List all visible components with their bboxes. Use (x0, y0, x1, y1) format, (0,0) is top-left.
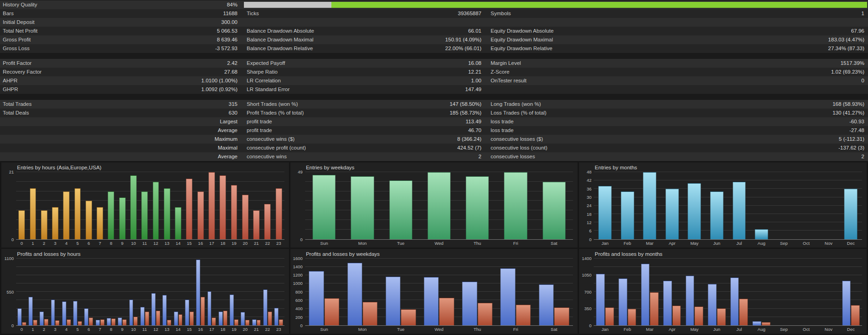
category-16 (195, 172, 206, 239)
stats-cell: Total Deals630 (0, 109, 243, 117)
category-Fri (497, 259, 535, 326)
bar (710, 191, 723, 239)
progress-gray-segment (244, 2, 331, 8)
x-tick-label: 20 (240, 327, 251, 332)
bar (223, 311, 227, 325)
x-tick-label: 17 (206, 241, 217, 246)
stat-label: loss trade (491, 117, 514, 126)
stat-label: Ticks (247, 9, 259, 18)
statistics-table: History Quality84%Bars11688Ticks39365887… (0, 0, 868, 161)
stats-cell: loss trade-27.48 (487, 126, 868, 135)
bar (122, 319, 127, 325)
x-tick-label: May (683, 327, 706, 332)
bar (96, 320, 100, 325)
chart-title: Entries by months (581, 164, 862, 172)
stats-cell: GHPR1.0092 (0.92%) (0, 85, 243, 94)
stats-cell: Long Trades (won %)168 (58.93%) (487, 100, 868, 109)
category-9 (117, 259, 128, 326)
x-tick-label: 8 (105, 327, 116, 332)
bar (539, 284, 554, 325)
stat-value: 8 639.46 (217, 35, 237, 44)
category-10 (128, 172, 139, 239)
bar (67, 319, 71, 325)
stat-value: 39365887 (458, 9, 481, 18)
bar (504, 172, 527, 239)
stat-value: 16.08 (468, 59, 481, 68)
category-18 (217, 172, 228, 239)
x-tick-label: Jan (594, 327, 616, 332)
bar (167, 320, 171, 325)
category-Feb (616, 259, 639, 326)
y-tick-label: 42 (587, 178, 592, 183)
x-tick-label: 12 (150, 327, 161, 332)
stat-value: 183.03 (4.47%) (828, 35, 864, 44)
bar (672, 306, 681, 325)
x-tick-label: 9 (117, 241, 128, 246)
bar (231, 185, 237, 239)
x-tick-label: 7 (94, 327, 105, 332)
category-Wed (420, 172, 458, 239)
x-tick-label: Jan (594, 241, 616, 246)
backtest-report: History Quality84%Bars11688Ticks39365887… (0, 0, 868, 335)
bar (212, 318, 216, 325)
bar (543, 182, 566, 239)
category-6 (83, 172, 94, 239)
x-tick-label: 14 (173, 241, 184, 246)
category-Fri (497, 172, 535, 239)
y-tick-label: 350 (584, 306, 591, 311)
x-tick-label: Oct (795, 327, 817, 332)
x-tick-label: Apr (661, 327, 683, 332)
stat-label: Profit Trades (% of total) (247, 109, 304, 117)
x-tick-label: Wed (420, 241, 458, 246)
x-tick-label: 16 (195, 241, 206, 246)
stat-label: consecutive loss (count) (491, 144, 547, 152)
stats-row: Initial Deposit300.00 (0, 18, 868, 27)
bars (16, 259, 284, 326)
stat-label: Profit Factor (3, 59, 32, 68)
stats-cell (243, 18, 487, 27)
y-tick-label: 1400 (293, 265, 303, 269)
stats-cell: History Quality84% (0, 0, 243, 9)
stats-cell: Average (0, 152, 243, 161)
category-17 (206, 259, 217, 326)
stats-row: Averageprofit trade46.70loss trade-27.48 (0, 126, 868, 135)
x-tick-labels: SunMonTueWedThuFriSat (305, 327, 573, 332)
bar (730, 277, 739, 325)
y-axis: 021 (3, 172, 16, 240)
bar (52, 207, 58, 239)
y-tick-label: 21 (9, 170, 14, 174)
x-tick-label: 19 (228, 327, 239, 332)
bar (466, 176, 489, 239)
y-axis: 049 (292, 172, 305, 240)
bar (621, 191, 634, 239)
bar (119, 197, 126, 239)
bar (185, 300, 189, 325)
category-15 (184, 259, 195, 326)
x-tick-label: Apr (661, 241, 683, 246)
bar (186, 179, 192, 239)
bar (755, 229, 768, 239)
stats-cell: Maximal (0, 144, 243, 152)
stat-value: Maximal (218, 144, 237, 152)
bar (208, 291, 212, 325)
bar (29, 297, 33, 325)
chart-profits-losses-by-weekdays: Profits and losses by weekdays0200400600… (290, 249, 578, 334)
stat-label: Equity Drawdown Relative (491, 44, 552, 53)
category-4 (61, 172, 72, 239)
bar (619, 278, 627, 325)
category-15 (184, 172, 195, 239)
bar (663, 281, 672, 325)
stat-value: 5 (-112.31) (839, 135, 864, 144)
bar (268, 312, 272, 325)
y-tick-label: 0 (300, 237, 302, 242)
x-tick-label: 1 (27, 327, 38, 332)
x-tick-label: Dec (840, 241, 862, 246)
stats-row: Recovery Factor27.68Sharpe Ratio12.21Z-S… (0, 68, 868, 76)
x-axis: JanFebMarAprMayJunJulAugSepOctNovDec (581, 240, 862, 247)
stats-cell: Sharpe Ratio12.21 (243, 68, 487, 76)
plot-area (16, 172, 284, 240)
bar (252, 319, 256, 325)
x-tick-label: 10 (128, 327, 139, 332)
category-20 (240, 172, 251, 239)
x-tick-label: 3 (50, 241, 61, 246)
